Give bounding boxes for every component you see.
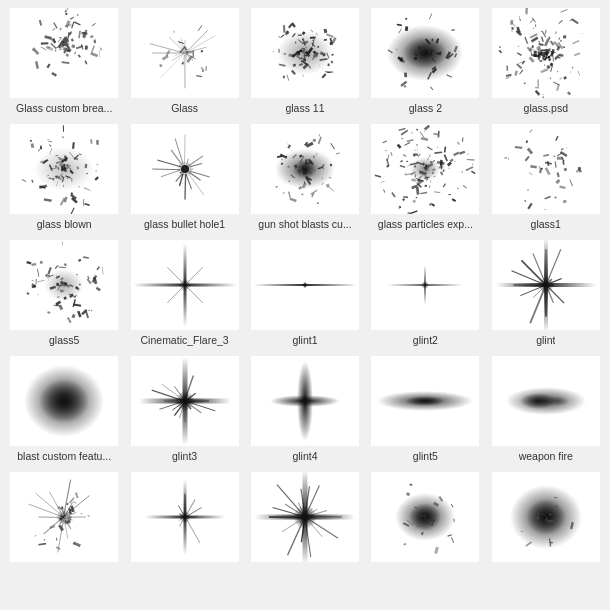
svg-rect-273: [544, 65, 545, 66]
brush-label-gun-shot-blasts: gun shot blasts cu...: [258, 218, 351, 230]
svg-rect-608: [468, 154, 469, 155]
svg-rect-779: [38, 294, 39, 295]
brush-cell-glass1[interactable]: glass1: [486, 120, 606, 236]
brush-cell-gun-shot-blasts[interactable]: gun shot blasts cu...: [245, 120, 365, 236]
svg-line-480: [185, 174, 186, 199]
brush-label-glass: Glass: [171, 102, 198, 114]
svg-rect-80: [65, 39, 67, 40]
brush-cell-glass-custom-brea[interactable]: Glass custom brea...: [4, 4, 124, 120]
svg-point-800: [179, 279, 191, 291]
brush-cell-glass[interactable]: Glass: [124, 4, 244, 120]
svg-point-984: [526, 499, 566, 535]
svg-rect-994: [520, 531, 523, 532]
brush-thumb-glass5: [10, 240, 118, 330]
brush-cell-glass-blown[interactable]: glass blown: [4, 120, 124, 236]
svg-rect-466: [30, 140, 32, 142]
svg-rect-213: [284, 53, 286, 55]
brush-thumb-row5-4: [371, 472, 479, 562]
brush-thumb-gun-shot-blasts: [251, 124, 359, 214]
brush-thumb-row5-1: [10, 472, 118, 562]
svg-rect-423: [97, 164, 99, 165]
svg-rect-369: [548, 56, 550, 59]
brush-label-glass5: glass5: [49, 334, 79, 346]
brush-cell-blast-custom[interactable]: blast custom featu...: [4, 352, 124, 468]
brush-cell-glint[interactable]: glint: [486, 236, 606, 352]
svg-rect-754: [62, 241, 63, 245]
svg-point-916: [56, 509, 72, 525]
brush-label-glint1: glint1: [292, 334, 317, 346]
brush-label-cinematic-flare-3: Cinematic_Flare_3: [141, 334, 229, 346]
brush-cell-glass-bullet-hole1[interactable]: glass bullet hole1: [124, 120, 244, 236]
brush-cell-glass-11[interactable]: glass 11: [245, 4, 365, 120]
svg-rect-269: [511, 27, 513, 30]
brush-label-glint5: glint5: [413, 450, 438, 462]
svg-point-794: [44, 269, 84, 301]
svg-point-496: [177, 161, 193, 177]
brush-cell-row5-5[interactable]: [486, 468, 606, 572]
brush-cell-row5-4[interactable]: [365, 468, 485, 572]
brush-cell-row5-3[interactable]: [245, 468, 365, 572]
svg-rect-542: [323, 167, 324, 170]
brush-label-glass-particles-exp: glass particles exp...: [378, 218, 473, 230]
svg-rect-667: [407, 161, 409, 162]
brush-thumb-glass-bullet-hole1: [131, 124, 239, 214]
brush-cell-glint4[interactable]: glint4: [245, 352, 365, 468]
svg-rect-353: [537, 80, 538, 87]
brush-label-glass-11: glass 11: [285, 102, 324, 114]
brush-thumb-glass-11: [251, 8, 359, 98]
svg-rect-231: [405, 26, 408, 31]
svg-point-859: [300, 396, 310, 406]
svg-point-804: [302, 282, 308, 288]
svg-rect-658: [412, 179, 416, 182]
brush-cell-glass-2[interactable]: glass 2: [365, 4, 485, 120]
brush-cell-glint5[interactable]: glint5: [365, 352, 485, 468]
brush-cell-cinematic-flare-3[interactable]: Cinematic_Flare_3: [124, 236, 244, 352]
svg-rect-131: [192, 50, 194, 57]
svg-point-866: [545, 396, 569, 406]
svg-rect-183: [298, 34, 302, 36]
brush-label-glass1: glass1: [531, 218, 561, 230]
svg-rect-458: [83, 199, 84, 206]
brush-thumb-glint1: [251, 240, 359, 330]
svg-rect-320: [531, 47, 533, 48]
brush-label-glass-2: glass 2: [409, 102, 442, 114]
svg-rect-703: [557, 157, 563, 160]
svg-rect-997: [546, 517, 547, 520]
svg-rect-271: [525, 8, 528, 14]
svg-rect-656: [417, 145, 419, 146]
brush-thumb-glint5: [371, 356, 479, 446]
brush-cell-glint1[interactable]: glint1: [245, 236, 365, 352]
svg-rect-300: [582, 33, 583, 34]
svg-rect-734: [36, 279, 37, 284]
svg-point-681: [410, 157, 440, 181]
brush-label-glass-custom-brea: Glass custom brea...: [16, 102, 112, 114]
svg-point-932: [179, 511, 191, 523]
svg-rect-125: [200, 67, 202, 68]
brush-cell-glass-particles-exp[interactable]: glass particles exp...: [365, 120, 485, 236]
brush-cell-row5-2[interactable]: [124, 468, 244, 572]
svg-rect-148: [319, 65, 320, 66]
brush-cell-glint2[interactable]: glint2: [365, 236, 485, 352]
svg-rect-126: [182, 51, 187, 54]
svg-rect-638: [443, 169, 445, 172]
svg-rect-190: [328, 63, 330, 66]
svg-point-831: [39, 379, 89, 423]
brush-cell-glint3[interactable]: glint3: [124, 352, 244, 468]
svg-rect-361: [533, 28, 534, 29]
svg-rect-88: [47, 47, 49, 49]
brush-label-glint2: glint2: [413, 334, 438, 346]
brush-cell-weapon-fire[interactable]: weapon fire: [486, 352, 606, 468]
brush-thumb-glass-custom-brea: [10, 8, 118, 98]
svg-rect-460: [96, 140, 98, 145]
brush-cell-glass5[interactable]: glass5: [4, 236, 124, 352]
brush-cell-row5-1[interactable]: [4, 468, 124, 572]
svg-rect-500: [283, 192, 285, 193]
svg-point-828: [538, 277, 554, 293]
brush-thumb-glass: [131, 8, 239, 98]
brush-thumb-glass-blown: [10, 124, 118, 214]
svg-rect-246: [402, 60, 405, 63]
brush-thumb-glint2: [371, 240, 479, 330]
brush-label-blast-custom: blast custom featu...: [17, 450, 111, 462]
brush-thumb-cinematic-flare-3: [131, 240, 239, 330]
brush-cell-glass-psd[interactable]: glass.psd: [486, 4, 606, 120]
